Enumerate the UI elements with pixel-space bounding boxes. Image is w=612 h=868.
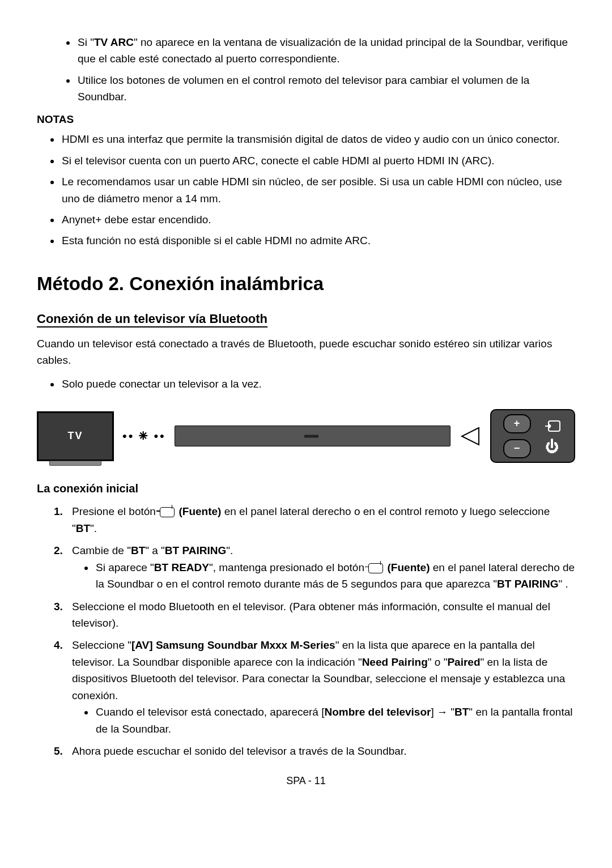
bluetooth-signal-icon: ••⁕•• xyxy=(122,424,166,448)
intro-bullet: Solo puede conectar un televisor a la ve… xyxy=(61,376,575,392)
pointer-icon xyxy=(459,425,482,448)
connection-figure: TV ••⁕•• + − ⏻ xyxy=(37,409,575,463)
top-bullet-2: Utilice los botones de volumen en el con… xyxy=(76,72,575,105)
volume-up-icon: + xyxy=(503,414,531,433)
notas-item: Esta función no está disponible si el ca… xyxy=(61,232,575,249)
step-2-sublist: Si aparece "BT READY", mantenga presiona… xyxy=(72,559,575,593)
step-5: Ahora puede escuchar el sonido del telev… xyxy=(54,743,575,759)
notas-heading: NOTAS xyxy=(37,111,575,127)
step-2-sub: Si aparece "BT READY", mantenga presiona… xyxy=(95,559,575,593)
step-3: Seleccione el modo Bluetooth en el telev… xyxy=(54,598,575,632)
notas-item: HDMI es una interfaz que permite la tran… xyxy=(61,131,575,147)
step-4: Seleccione "[AV] Samsung Soundbar Mxxx M… xyxy=(54,637,575,737)
top-bullets: Si "TV ARC" no aparece en la ventana de … xyxy=(37,34,575,105)
section-heading: Método 2. Conexión inalámbrica xyxy=(37,269,575,298)
step-1: Presione el botón (Fuente) en el panel l… xyxy=(54,503,575,537)
initial-connection-heading: La conexión inicial xyxy=(37,480,575,497)
tv-illustration: TV xyxy=(37,411,114,461)
notas-item: Si el televisor cuenta con un puerto ARC… xyxy=(61,152,575,169)
intro-text: Cuando un televisor está conectado a tra… xyxy=(37,335,575,369)
top-bullet-1: Si "TV ARC" no aparece en la ventana de … xyxy=(76,34,575,67)
side-buttons: ⏻ xyxy=(543,419,563,453)
notas-item: Le recomendamos usar un cable HDMI sin n… xyxy=(61,173,575,207)
step-4-sublist: Cuando el televisor está conectado, apar… xyxy=(72,704,575,737)
source-icon xyxy=(368,563,383,573)
power-icon: ⏻ xyxy=(543,439,563,453)
source-icon xyxy=(160,507,175,517)
volume-down-icon: − xyxy=(503,439,531,458)
source-icon xyxy=(543,419,563,433)
step-2: Cambie de "BT" a "BT PAIRING". Si aparec… xyxy=(54,542,575,592)
tv-stand xyxy=(49,461,101,466)
step-4-sub: Cuando el televisor está conectado, apar… xyxy=(95,704,575,737)
notas-item: Anynet+ debe estar encendido. xyxy=(61,211,575,228)
notas-list: HDMI es una interfaz que permite la tran… xyxy=(37,131,575,249)
soundbar-illustration xyxy=(175,426,450,446)
intro-bullet-list: Solo puede conectar un televisor a la ve… xyxy=(37,376,575,392)
control-panel-illustration: + − ⏻ xyxy=(490,409,575,463)
page-footer: SPA - 11 xyxy=(37,773,575,789)
volume-buttons: + − xyxy=(503,414,531,458)
steps-list: Presione el botón (Fuente) en el panel l… xyxy=(37,503,575,759)
subsection-heading: Conexión de un televisor vía Bluetooth xyxy=(37,309,575,329)
